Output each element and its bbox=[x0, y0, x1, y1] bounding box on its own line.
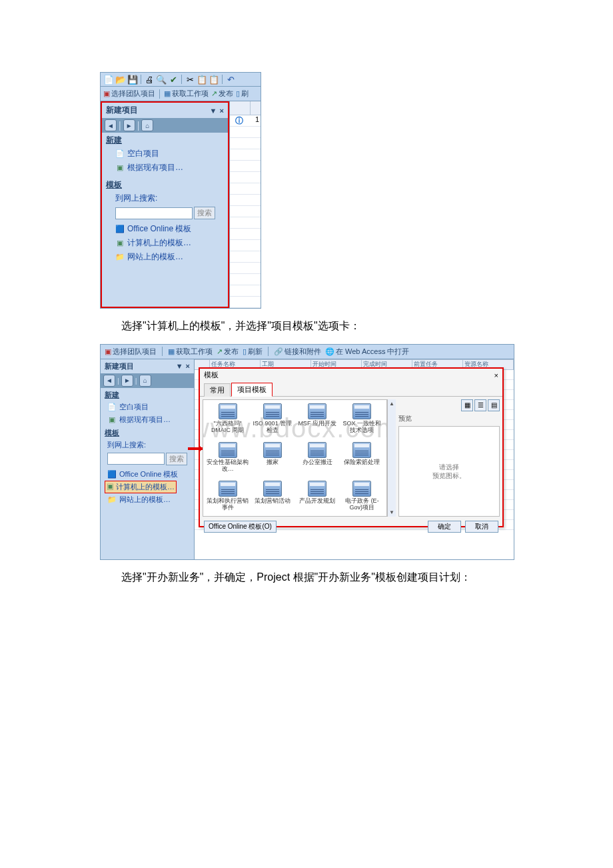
gantt-area: 任务名称 工期 开始时间 完成时间 前置任务 资源名称 模板 × bbox=[195, 359, 514, 559]
link-blank-project[interactable]: 📄空白项目 bbox=[106, 147, 224, 161]
link-website-templates[interactable]: 📁网站上的模板… bbox=[101, 493, 194, 506]
publish-button[interactable]: ↗发布 bbox=[217, 347, 239, 357]
dropdown-icon[interactable]: ▼ bbox=[176, 362, 183, 370]
template-item-label: 策划营销活动 bbox=[255, 498, 291, 505]
tab-project-templates[interactable]: 项目模板 bbox=[231, 383, 273, 397]
dialog-close-icon[interactable]: × bbox=[494, 371, 498, 379]
template-item[interactable]: 办公室搬迁 bbox=[296, 441, 339, 479]
link-from-existing[interactable]: ▣根据现有项目… bbox=[106, 161, 224, 175]
select-team-project-button[interactable]: ▣选择团队项目 bbox=[105, 347, 157, 357]
nav-home-icon[interactable]: ⌂ bbox=[139, 375, 151, 387]
web-folder-icon: 📁 bbox=[107, 495, 117, 504]
get-work-items-button[interactable]: ▦获取工作项 bbox=[168, 347, 213, 357]
new-project-task-pane-2: 新建项目 ▼ × ◄ | ► | ⌂ 新建 📄空白项目 ▣根据现有项目… 模板 … bbox=[101, 359, 195, 559]
template-item-label: 保险索赔处理 bbox=[344, 459, 380, 466]
template-item-label: ISO 9001 管理检查 bbox=[251, 421, 293, 434]
search-button[interactable]: 搜索 bbox=[166, 453, 187, 465]
dropdown-icon[interactable]: ▼ bbox=[210, 107, 217, 115]
template-item[interactable]: SOX 一致性和技术选项 bbox=[340, 403, 384, 440]
get-work-items-button[interactable]: ▦获取工作项 bbox=[164, 89, 209, 99]
folder-icon: ▣ bbox=[115, 163, 125, 173]
spellcheck-icon[interactable]: ✔ bbox=[168, 74, 179, 85]
cut-icon[interactable]: ✂ bbox=[185, 74, 195, 85]
template-item[interactable]: 策划和执行营销事件 bbox=[206, 480, 249, 517]
view-list-button[interactable]: ☰ bbox=[474, 399, 486, 411]
template-item[interactable]: 策划营销活动 bbox=[251, 480, 294, 517]
nav-forward-icon[interactable]: ► bbox=[121, 375, 133, 387]
ok-button[interactable]: 确定 bbox=[428, 521, 461, 533]
link-from-existing[interactable]: ▣根据现有项目… bbox=[101, 413, 194, 426]
search-online-input[interactable] bbox=[107, 453, 165, 465]
new-icon[interactable]: 📄 bbox=[103, 74, 114, 85]
scroll-up-icon[interactable]: ▲ bbox=[389, 401, 394, 407]
template-item[interactable]: 安全性基础架构改… bbox=[206, 441, 249, 479]
section-templates: 模板 bbox=[102, 177, 228, 191]
search-button[interactable]: 搜索 bbox=[194, 207, 215, 219]
instruction-paragraph-2: 选择"开办新业务"，并确定，Project 根据"开办新业务"模板创建项目计划： bbox=[100, 568, 513, 587]
print-icon[interactable]: 🖨 bbox=[144, 74, 155, 85]
template-file-icon bbox=[219, 442, 237, 458]
cancel-button[interactable]: 取消 bbox=[465, 521, 498, 533]
template-file-icon bbox=[352, 403, 371, 419]
gantt-grid: ⓘ 1 bbox=[229, 101, 261, 308]
template-item-label: 产品开发规划 bbox=[299, 498, 335, 505]
open-icon[interactable]: 📂 bbox=[115, 74, 126, 85]
nav-back-icon[interactable]: ◄ bbox=[105, 119, 117, 131]
print-preview-icon[interactable]: 🔍 bbox=[156, 74, 167, 85]
save-icon[interactable]: 💾 bbox=[127, 74, 138, 85]
template-file-icon bbox=[263, 442, 282, 458]
template-file-icon bbox=[308, 403, 326, 419]
open-web-access-button[interactable]: 🌐在 Web Access 中打开 bbox=[325, 347, 409, 357]
nav-home-icon[interactable]: ⌂ bbox=[141, 119, 153, 131]
office-online-templates-button[interactable]: Office Online 模板(O) bbox=[204, 521, 277, 533]
nav-back-icon[interactable]: ◄ bbox=[103, 375, 115, 387]
publish-button[interactable]: ↗发布 bbox=[211, 89, 233, 99]
link-computer-templates[interactable]: ▣计算机上的模板… bbox=[106, 236, 224, 250]
view-details-button[interactable]: ▤ bbox=[488, 399, 500, 411]
template-item[interactable]: 产品开发规划 bbox=[296, 480, 339, 517]
link-blank-project[interactable]: 📄空白项目 bbox=[101, 401, 194, 413]
template-item[interactable]: 搬家 bbox=[251, 441, 294, 479]
section-new: 新建 bbox=[101, 388, 194, 401]
task-pane-nav: ◄ | ► | ⌂ bbox=[102, 118, 228, 133]
template-item[interactable]: MSF 应用开发 bbox=[296, 403, 339, 440]
copy-icon[interactable]: 📋 bbox=[197, 74, 207, 85]
template-item-label: 策划和执行营销事件 bbox=[207, 498, 249, 511]
preview-label: 预览 bbox=[398, 413, 500, 425]
search-online-input[interactable] bbox=[115, 207, 193, 219]
templates-dialog: 模板 × 常用 项目模板 www.bdocx.com "六西格玛" DMAIC … bbox=[199, 367, 504, 527]
template-file-icon bbox=[308, 481, 326, 497]
template-file-icon bbox=[308, 442, 326, 458]
link-website-templates[interactable]: 📁网站上的模板… bbox=[106, 250, 224, 264]
preview-box: 请选择 预览图标。 bbox=[398, 426, 500, 517]
template-list-scrollbar[interactable]: ▲ ▼ bbox=[387, 399, 396, 517]
scroll-down-icon[interactable]: ▼ bbox=[389, 509, 394, 515]
template-file-icon bbox=[352, 481, 371, 497]
template-item-label: 电子政务 (E-Gov)项目 bbox=[341, 498, 383, 511]
document-icon: 📄 bbox=[115, 149, 125, 159]
template-item-label: 搬家 bbox=[267, 459, 279, 466]
template-item[interactable]: 保险索赔处理 bbox=[340, 441, 384, 479]
paste-icon[interactable]: 📋 bbox=[209, 74, 219, 85]
close-icon[interactable]: × bbox=[219, 107, 223, 115]
select-team-project-button[interactable]: ▣选择团队项目 bbox=[103, 89, 155, 99]
template-item[interactable]: ISO 9001 管理检查 bbox=[251, 403, 294, 440]
close-icon[interactable]: × bbox=[186, 362, 190, 370]
template-item-label: 安全性基础架构改… bbox=[207, 459, 249, 473]
link-office-online-templates[interactable]: 🟦Office Online 模板 bbox=[101, 468, 194, 481]
links-attachments-button[interactable]: 🔗链接和附件 bbox=[274, 347, 321, 357]
tab-general[interactable]: 常用 bbox=[204, 383, 231, 397]
view-large-icons-button[interactable]: ▦ bbox=[461, 399, 473, 411]
nav-forward-icon[interactable]: ► bbox=[123, 119, 135, 131]
link-office-online-templates[interactable]: 🟦Office Online 模板 bbox=[106, 222, 224, 236]
row-number: 1 bbox=[255, 115, 261, 126]
template-item[interactable]: 电子政务 (E-Gov)项目 bbox=[340, 480, 384, 517]
refresh-button[interactable]: ▯刷新 bbox=[243, 347, 263, 357]
instruction-paragraph-1: 选择"计算机上的模板"，并选择"项目模板"选项卡： bbox=[100, 317, 513, 336]
section-templates: 模板 bbox=[101, 426, 194, 439]
undo-icon[interactable]: ↶ bbox=[225, 74, 236, 85]
template-file-icon bbox=[219, 481, 237, 497]
link-computer-templates-highlighted[interactable]: ▣ 计算机上的模板… bbox=[105, 481, 177, 493]
template-item[interactable]: "六西格玛" DMAIC 周期 bbox=[206, 403, 249, 440]
refresh-button[interactable]: ▯刷 bbox=[236, 89, 249, 99]
